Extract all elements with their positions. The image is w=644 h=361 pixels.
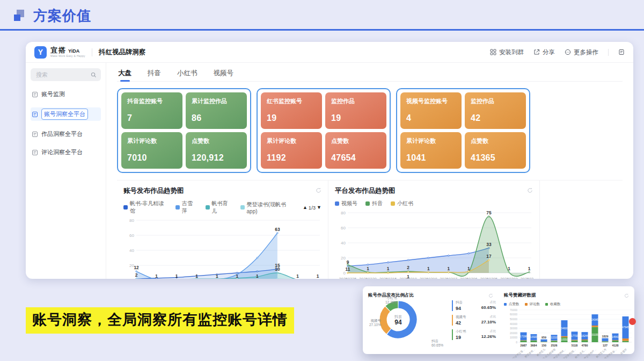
svg-text:1: 1 [175, 273, 178, 279]
sidebar: 账号监测账号洞察全平台作品洞察全平台评论洞察全平台 [26, 63, 106, 279]
tab-3[interactable]: 视频号 [213, 69, 235, 78]
legend-item[interactable]: 抖音 [365, 200, 383, 207]
legend-swatch [365, 201, 370, 206]
platform-trend-chart: 0204060802025022520250220202502152025021… [335, 207, 533, 279]
svg-text:40000: 40000 [510, 322, 517, 326]
legend-item[interactable]: 帆书育儿 [206, 200, 232, 215]
svg-text:樊登读书…: 樊登读书… [524, 348, 536, 358]
svg-text:127: 127 [603, 344, 608, 347]
legend-page-down[interactable]: ▼ [317, 205, 321, 210]
svg-text:1: 1 [387, 266, 390, 271]
legend-label: 吉雪萍 [182, 200, 197, 215]
refresh-icon[interactable] [527, 186, 533, 196]
tab-2[interactable]: 小红书 [176, 69, 199, 78]
svg-text:20: 20 [341, 256, 346, 261]
caption-highlight: 账号洞察，全局洞察所有监控账号详情 [26, 307, 294, 334]
donut-legend-ratio-label: 占比 [481, 329, 496, 333]
chart-legend: 视频号抖音小红书 [335, 200, 533, 207]
refresh-icon[interactable] [488, 291, 493, 300]
legend-swatch [206, 205, 210, 210]
header-actions: 安装到群分享更多操作 [490, 48, 625, 56]
sidebar-item-2[interactable]: 作品洞察全平台 [31, 129, 101, 139]
stat-card-label: 视频号监控账号 [406, 97, 456, 105]
notes-button[interactable] [618, 49, 625, 55]
donut-outer-label-percent: 27.10% [364, 323, 381, 327]
yida-logo: Y [34, 46, 47, 59]
share-icon [533, 49, 540, 55]
stat-card-value: 41365 [471, 153, 520, 163]
svg-text:2: 2 [135, 272, 138, 278]
donut-outer-label-name: 视频号 [364, 319, 381, 323]
svg-text:80: 80 [341, 211, 346, 215]
page-header: 方案价值 [14, 6, 91, 25]
refresh-icon [624, 293, 629, 298]
svg-text:3684: 3684 [531, 344, 537, 347]
svg-text:20000: 20000 [510, 331, 517, 335]
legend-swatch [504, 303, 507, 306]
svg-text:10: 10 [275, 266, 280, 272]
legend-label: 抖音 [372, 200, 383, 207]
legend-item[interactable]: 帆书-非凡精读馆 [123, 200, 167, 215]
bar-legend-item: 评论数 [525, 302, 540, 307]
bar-legend-item: 点赞数 [504, 302, 519, 307]
donut-outer-label-name: 抖音 [431, 339, 443, 343]
bar-legend-label: 收藏数 [550, 302, 561, 307]
legend-pager: ▲1/3▼ [303, 205, 321, 211]
stat-card: 累计监控作品86 [186, 92, 247, 129]
legend-page-indicator: 1/3 [309, 205, 316, 211]
menu-icon [32, 131, 38, 138]
refresh-icon[interactable] [316, 186, 321, 196]
stat-card-label: 累计监控作品 [192, 97, 241, 105]
stat-card: 红书监控账号19 [261, 92, 322, 129]
header-action-share[interactable]: 分享 [533, 48, 555, 56]
legend-item[interactable]: 视频号 [335, 200, 357, 207]
donut-legend-name: 视频号 [456, 315, 466, 320]
menu-icon [32, 149, 38, 156]
legend-label: 小红书 [397, 200, 413, 207]
legend-item[interactable]: 小红书 [391, 200, 413, 207]
donut-legend-right: 占比27.10% [481, 315, 496, 326]
svg-text:2: 2 [407, 265, 409, 270]
tab-1[interactable]: 抖音 [147, 69, 162, 78]
search-input[interactable] [35, 71, 89, 78]
stat-card: 累计评论数7010 [121, 132, 182, 169]
bar-legend-label: 点赞数 [509, 302, 519, 307]
refresh-icon[interactable] [624, 291, 629, 300]
tab-0[interactable]: 大盘 [117, 69, 133, 78]
legend-label: 帆书-非凡精读馆 [130, 200, 167, 215]
sidebar-item-3[interactable]: 评论洞察全平台 [31, 147, 101, 157]
svg-text:17196: 17196 [520, 335, 527, 338]
stat-card-value: 1192 [267, 153, 316, 163]
sidebar-search[interactable] [31, 68, 101, 81]
header-action-label: 安装到群 [499, 48, 524, 56]
header-action-install-to-group[interactable]: 安装到群 [490, 48, 524, 56]
stat-card: 监控作品42 [465, 92, 526, 129]
stat-card-label: 累计评论数 [267, 137, 316, 145]
svg-text:60: 60 [341, 226, 346, 230]
stat-card: 抖音监控账号7 [121, 92, 182, 129]
sidebar-item-label: 账号洞察全平台 [41, 109, 88, 120]
sidebar-item-0[interactable]: 账号监测 [31, 89, 101, 99]
donut-legend-value: 19 [456, 335, 466, 340]
donut-outer-label: 小红书12.26% [379, 296, 397, 305]
svg-text:吉雪萍: 吉雪萍 [620, 348, 628, 356]
svg-text:1: 1 [216, 273, 218, 279]
svg-text:0: 0 [132, 278, 135, 279]
panel-title: 账号赞藏评数据 [504, 292, 536, 299]
stat-group-2: 视频号监控账号4监控作品42累计评论数1041点赞数41365 [396, 88, 530, 173]
preview-card: 账号作品发布比例占比 抖音94 抖音60.65% 视频号27.10% 小红书12… [363, 286, 634, 354]
legend-item[interactable]: 吉雪萍 [175, 200, 197, 215]
menu-icon [32, 111, 38, 118]
legend-page-up[interactable]: ▲ [303, 205, 308, 210]
chart-panel-account-trend: 账号发布作品趋势图 帆书-非凡精读馆吉雪萍帆书育儿樊登读书(现帆书app)▲1/… [117, 180, 328, 279]
engagement-bar-chart: 0100002000030000400005000060000700001719… [504, 307, 629, 360]
svg-text:1: 1 [155, 273, 158, 279]
dashboard-window: Y 宜搭 YiDA Make Work Easy & Happy 抖红视品牌洞察… [26, 42, 633, 279]
svg-text:1: 1 [407, 274, 409, 279]
header-action-more-actions[interactable]: 更多操作 [565, 48, 598, 56]
sidebar-item-1[interactable]: 账号洞察全平台 [31, 107, 101, 121]
svg-text:14541: 14541 [612, 336, 619, 338]
publish-ratio-panel: 账号作品发布比例占比 抖音94 抖音60.65% 视频号27.10% 小红书12… [363, 286, 499, 354]
legend-item[interactable]: 樊登读书(现帆书app) [240, 201, 295, 214]
title-squares-icon [14, 10, 27, 23]
